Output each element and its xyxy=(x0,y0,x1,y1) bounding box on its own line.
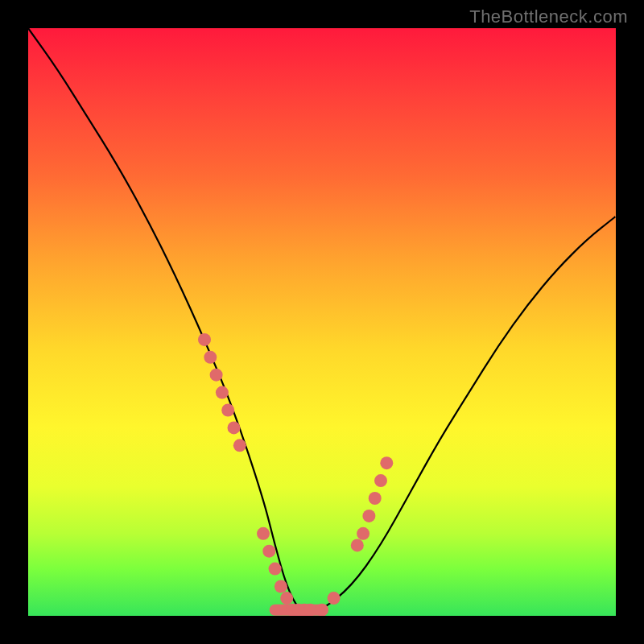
sample-point xyxy=(233,439,246,452)
sample-point xyxy=(316,604,328,616)
sample-point xyxy=(210,369,223,382)
sample-point xyxy=(374,474,387,487)
sample-point xyxy=(262,545,275,558)
sample-point xyxy=(369,492,382,505)
sample-point xyxy=(351,539,364,551)
watermark-text: TheBottleneck.com xyxy=(469,6,628,27)
sample-point xyxy=(280,592,293,605)
sample-point xyxy=(228,421,241,434)
sample-point xyxy=(198,333,211,346)
sample-point xyxy=(221,404,234,417)
sample-point xyxy=(257,527,270,540)
outer-frame: TheBottleneck.com xyxy=(0,0,644,644)
bottleneck-curve xyxy=(28,28,616,610)
sample-points xyxy=(198,333,393,616)
sample-point xyxy=(357,527,369,540)
sample-point xyxy=(328,592,341,605)
plot-area xyxy=(28,28,616,616)
bottleneck-chart xyxy=(28,28,616,616)
sample-point xyxy=(380,456,393,469)
sample-point xyxy=(362,510,375,522)
sample-point xyxy=(275,580,287,593)
sample-point xyxy=(216,386,229,399)
sample-point xyxy=(303,604,316,616)
sample-point xyxy=(204,351,217,364)
sample-point xyxy=(269,563,282,576)
